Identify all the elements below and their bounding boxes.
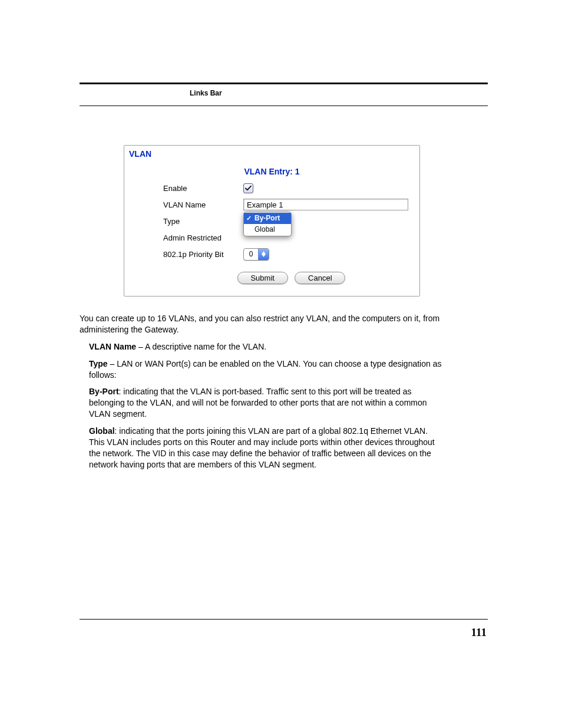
priority-bit-select[interactable]: 0: [243, 248, 269, 261]
label-admin-restricted: Admin Restricted: [163, 233, 222, 242]
body-copy: You can create up to 16 VLANs, and you c…: [80, 313, 444, 470]
check-icon: [245, 185, 252, 192]
row-enable: Enable: [163, 180, 419, 196]
type-option-by-port[interactable]: ✓ By-Port: [244, 213, 291, 224]
label-type: Type: [163, 217, 243, 226]
paragraph-by-port: By-Port: indicating that the VLAN is por…: [89, 386, 444, 420]
top-rule: [80, 83, 488, 84]
vlan-name-input[interactable]: [243, 199, 408, 210]
button-row: Submit Cancel: [163, 272, 419, 286]
section-title: Links Bar: [190, 89, 222, 97]
type-dropdown-menu: ✓ By-Port Global: [243, 212, 292, 236]
panel-title: VLAN: [124, 146, 419, 159]
option-label: By-Port: [254, 214, 280, 222]
cancel-button[interactable]: Cancel: [295, 272, 345, 284]
paragraph-vlan-name: VLAN Name – A descriptive name for the V…: [89, 341, 444, 353]
term-by-port: By-Port: [89, 387, 119, 396]
option-label: Global: [254, 225, 275, 233]
stepper-arrows-icon: [258, 249, 269, 260]
vlan-panel: VLAN VLAN Entry: 1 Enable VLAN Name Type: [124, 145, 420, 297]
check-icon: ✓: [246, 213, 252, 223]
vlan-entry-title: VLAN Entry: 1: [124, 167, 419, 176]
submit-button[interactable]: Submit: [237, 272, 288, 284]
paragraph-intro: You can create up to 16 VLANs, and you c…: [80, 313, 444, 335]
page-number: 111: [471, 626, 487, 639]
term-vlan-name: VLAN Name: [89, 342, 136, 351]
text: – LAN or WAN Port(s) can be enabled on t…: [89, 359, 441, 380]
text: : indicating that the VLAN is port-based…: [89, 387, 427, 419]
term-global: Global: [89, 426, 115, 436]
priority-bit-value: 0: [244, 250, 258, 258]
text: – A descriptive name for the VLAN.: [136, 342, 266, 351]
paragraph-global: Global: indicating that the ports joinin…: [89, 426, 444, 470]
paragraph-type: Type – LAN or WAN Port(s) can be enabled…: [89, 358, 444, 381]
row-type: Type ✓ By-Port Global: [163, 213, 419, 229]
bottom-rule: [80, 619, 488, 620]
row-priority-bit: 802.1p Priority Bit 0: [163, 246, 419, 262]
running-header: Links Bar: [80, 85, 488, 106]
label-enable: Enable: [163, 184, 243, 193]
term-type: Type: [89, 359, 108, 368]
row-vlan-name: VLAN Name: [163, 196, 419, 213]
type-option-global[interactable]: Global: [244, 224, 291, 235]
text: : indicating that the ports joining this…: [89, 426, 435, 469]
enable-checkbox[interactable]: [243, 183, 253, 193]
label-vlan-name: VLAN Name: [163, 200, 243, 209]
label-priority-bit: 802.1p Priority Bit: [163, 250, 243, 259]
